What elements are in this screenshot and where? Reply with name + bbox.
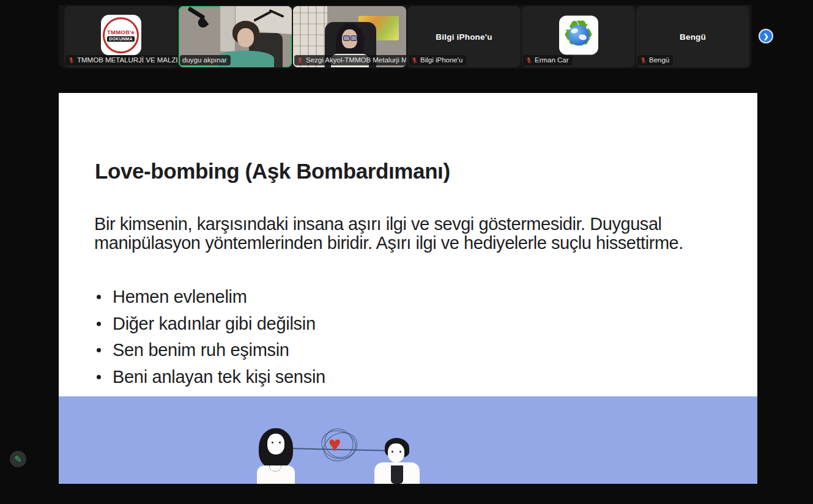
wall-lamp [187,7,205,20]
earth-globe-icon [568,24,589,45]
muted-mic-icon [68,57,75,64]
slide-paragraph: Bir kimsenin, karşısındaki insana aşırı … [94,215,713,253]
participant-name-label: Sezgi Akyol-TMMOB Metalurji M... [294,55,406,65]
participant-tile-erman-car[interactable]: ♻ Erman Car [522,6,635,67]
participant-tile-tmmob[interactable]: TMMOB'e DOKUNMA TMMOB METALURJİ VE MALZE… [64,6,177,67]
bullet-dot [97,375,101,379]
chevron-right-icon: ❯ [763,32,768,40]
participant-tile-bengu[interactable]: Bengü Bengü [636,6,749,67]
bullet-item: Hemen evlenelim [97,284,325,311]
participant-tile-bilgi-iphone[interactable]: Bilgi iPhone'u Bilgi iPhone'u [407,6,521,67]
annotate-button[interactable]: ✎ [10,451,26,467]
participant-name-label: TMMOB METALURJİ VE MALZE... [65,55,177,65]
participant-name-label: Erman Car [523,55,573,65]
man-figure [374,438,420,484]
heart-icon: ♥ [329,431,341,458]
bullet-item: Beni anlayan tek kişi sensin [97,364,325,391]
bullet-dot [97,322,101,326]
muted-mic-icon [525,57,532,64]
tmmob-stamp-icon: TMMOB'e DOKUNMA [103,17,139,53]
slide-bullet-list: Hemen evlenelim Diğer kadınlar gibi deği… [97,284,325,390]
woman-figure [256,428,296,484]
tmmob-logo: TMMOB'e DOKUNMA [101,15,141,55]
bullet-dot [97,295,101,299]
participant-name-label: duygu akpınar [180,55,231,65]
participant-tile-sezgi-akyol[interactable]: Sezgi Akyol-TMMOB Metalurji M... [293,6,406,67]
pencil-icon: ✎ [14,454,22,465]
shared-screen-slide: Love-bombing (Aşk Bombardımanı) Bir kims… [59,93,757,484]
participant-name-label: Bilgi iPhone'u [409,55,466,65]
participant-filmstrip: TMMOB'e DOKUNMA TMMOB METALURJİ VE MALZE… [59,5,752,69]
bullet-item: Sen benim ruh eşimsin [97,337,325,364]
slide-title: Love-bombing (Aşk Bombardımanı) [95,159,450,183]
zoom-meeting-window: TMMOB'e DOKUNMA TMMOB METALURJİ VE MALZE… [0,0,813,504]
participant-tile-duygu-akpinar[interactable]: duygu akpınar [179,6,292,67]
muted-mic-icon [297,57,303,64]
muted-mic-icon [640,57,647,64]
muted-mic-icon [411,57,418,64]
tangled-heart-icon: ♥ [320,429,358,461]
next-participants-button[interactable]: ❯ [759,29,773,43]
avatar: ♻ [559,15,598,54]
bullet-dot [97,348,101,352]
glasses [343,35,350,41]
bullet-item: Diğer kadınlar gibi değilsin [97,311,325,338]
slide-illustration: ♥ [59,396,757,484]
participant-name-label: Bengü [637,55,673,65]
